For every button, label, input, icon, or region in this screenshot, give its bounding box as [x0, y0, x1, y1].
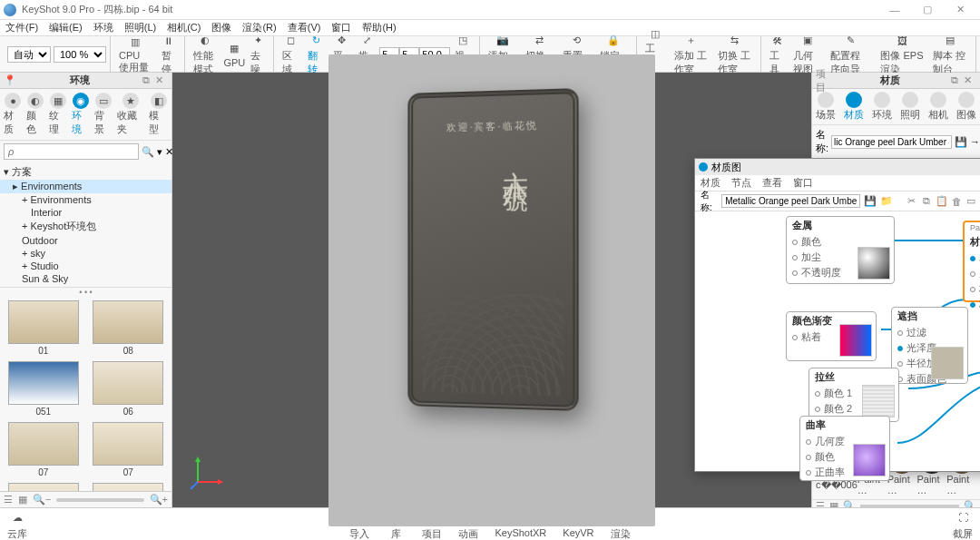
- render-viewport[interactable]: 欢迎·宾客·临花悦 六十八號 材质图✕ 材质 节点 查看 窗口 名称: 💾: [172, 73, 811, 507]
- close-panel-icon[interactable]: ✕: [964, 74, 976, 86]
- render-eps-button[interactable]: 🖼图像 EPS 渲染: [876, 31, 927, 78]
- graph-tab-view[interactable]: 查看: [762, 176, 782, 190]
- thumb-item[interactable]: 01: [4, 300, 83, 356]
- node-gradient[interactable]: 颜色渐变 粘着: [786, 311, 877, 361]
- tab-model[interactable]: ◧模型: [147, 92, 170, 137]
- tree-item[interactable]: Outdoor: [0, 234, 172, 247]
- thumb-size-slider[interactable]: [56, 498, 143, 502]
- camera-reset-icon: ⟲: [569, 33, 585, 49]
- ptab-environment[interactable]: 环境: [872, 92, 892, 122]
- thumb-item[interactable]: 07: [4, 422, 83, 477]
- tab-environment[interactable]: ◉环境: [70, 92, 93, 137]
- menu-file[interactable]: 文件(F): [5, 21, 38, 34]
- grid-view-icon[interactable]: ▦: [18, 494, 27, 506]
- search-icon[interactable]: 🔍: [142, 146, 154, 158]
- tree-item[interactable]: Sun & Sky: [0, 272, 172, 285]
- minimize-button[interactable]: —: [878, 0, 911, 20]
- titlebar: KeyShot 9.0 Pro - 四栋.bip - 64 bit — ▢ ✕: [0, 0, 980, 20]
- tree-item[interactable]: + sky: [0, 247, 172, 260]
- ptab-material[interactable]: 材质: [844, 92, 864, 122]
- list-view-icon[interactable]: ☰: [4, 494, 13, 506]
- auto-select[interactable]: 自动: [7, 46, 51, 63]
- axis-gizmo[interactable]: [189, 455, 225, 491]
- pin-icon[interactable]: 📍: [4, 74, 16, 86]
- screenshot-button[interactable]: ⛶截屏: [953, 507, 973, 540]
- gpu-button[interactable]: ▦GPU: [222, 39, 246, 70]
- ptab-camera[interactable]: 相机: [928, 92, 948, 122]
- tab-texture[interactable]: ▦纹理: [47, 92, 70, 137]
- tab-background[interactable]: ▭背景: [93, 92, 115, 137]
- save-icon[interactable]: 💾: [864, 195, 877, 208]
- delete-icon[interactable]: 🗑: [952, 195, 963, 208]
- thumb-item[interactable]: 08: [89, 483, 169, 491]
- script-console-button[interactable]: ▤脚本 控制台: [928, 31, 972, 78]
- zoom-select[interactable]: 100 %: [54, 46, 106, 63]
- flip-button[interactable]: ↻翻转: [303, 31, 328, 78]
- paste-icon[interactable]: 📋: [936, 195, 948, 208]
- denoise-button[interactable]: ✦去噪: [246, 31, 270, 78]
- thumb-item[interactable]: 06: [89, 361, 169, 417]
- zoom-out-icon[interactable]: 🔍−: [33, 494, 51, 506]
- pause-button[interactable]: ⏸暂停: [157, 31, 181, 78]
- tree-item[interactable]: + Studio: [0, 260, 172, 272]
- tab-favorites[interactable]: ★收藏夹: [115, 92, 147, 137]
- undock-icon[interactable]: ⧉: [142, 74, 155, 86]
- node-material-output[interactable]: Paint Metallic Orange p… 材质 表面 几何图形 标签 标…: [963, 221, 980, 302]
- group-icon[interactable]: ▭: [966, 195, 977, 208]
- material-name-input[interactable]: [831, 135, 952, 149]
- zoom-in-icon[interactable]: 🔍+: [150, 494, 168, 506]
- save-icon[interactable]: 💾: [955, 136, 967, 148]
- tree-item[interactable]: + Keyshot环境包: [0, 219, 172, 234]
- copy-icon[interactable]: ⧉: [921, 195, 932, 208]
- ptab-image[interactable]: 图像: [956, 92, 976, 122]
- palette-icon: ◐: [27, 93, 44, 109]
- material-graph-window: 材质图✕ 材质 节点 查看 窗口 名称: 💾 📁 ✂ ⧉ 📋 🗑 ▭ ▯: [694, 158, 980, 472]
- node-brush[interactable]: 拉丝 颜色 1 颜色 2: [808, 368, 899, 422]
- cube-icon: ◳: [455, 33, 471, 49]
- folder-icon[interactable]: 📁: [880, 195, 893, 208]
- graph-tab-node[interactable]: 节点: [731, 176, 751, 190]
- tools-button[interactable]: 🛠工具: [765, 31, 789, 78]
- region-button[interactable]: ◻区域: [278, 31, 303, 78]
- add-studio-button[interactable]: ＋添加 工作室: [670, 31, 713, 78]
- menu-environment[interactable]: 环境: [93, 21, 113, 34]
- node-mask[interactable]: 遮挡 过滤 光泽度 半径加算 表面颜色: [891, 307, 968, 384]
- arrow-icon[interactable]: →: [970, 136, 980, 147]
- pause-icon: ⏸: [161, 33, 177, 49]
- plate-wave-pattern: [422, 293, 564, 396]
- material-graph-titlebar[interactable]: 材质图✕: [695, 159, 980, 175]
- menu-edit[interactable]: 编辑(E): [49, 21, 83, 34]
- library-search-input[interactable]: [4, 143, 139, 160]
- node-graph-canvas[interactable]: 金属 颜色 加尘 不透明度 Paint Metallic Orange p… 材…: [695, 211, 980, 471]
- cloud-icon: ☁: [7, 507, 27, 527]
- thumb-item[interactable]: 07: [89, 422, 169, 477]
- node-curvature[interactable]: 曲率 几何度 颜色 正曲率: [799, 416, 890, 481]
- tab-color[interactable]: ◐颜色: [24, 92, 47, 137]
- cut-icon[interactable]: ✂: [906, 195, 917, 208]
- tree-item[interactable]: + Environments: [0, 193, 172, 206]
- thumbnail-grid: 01 08 051 06 07 07 07 08 08 08: [0, 297, 172, 491]
- tree-item[interactable]: ▸ Environments: [0, 180, 172, 193]
- workspace-button[interactable]: ▥CPU 使用量: [114, 32, 157, 76]
- perf-button[interactable]: ◐性能 模式: [189, 31, 223, 78]
- maximize-button[interactable]: ▢: [911, 0, 944, 20]
- thumb-item[interactable]: 051: [4, 361, 83, 417]
- tree-root[interactable]: ▾ 方案: [0, 164, 172, 180]
- filter-icon[interactable]: ▾: [157, 146, 162, 158]
- thumb-item[interactable]: 07: [4, 483, 83, 491]
- node-metal[interactable]: 金属 颜色 加尘 不透明度: [786, 216, 895, 284]
- graph-tab-window[interactable]: 窗口: [793, 176, 813, 190]
- cloud-library-button[interactable]: ☁云库: [7, 507, 27, 540]
- tree-item[interactable]: Interior: [0, 206, 172, 219]
- graph-name-input[interactable]: [721, 194, 860, 208]
- switch-studio-button[interactable]: ⇆切换 工作室: [713, 31, 757, 78]
- close-panel-icon[interactable]: ✕: [155, 74, 168, 86]
- config-wizard-button[interactable]: ✎配置程 序向导: [826, 31, 876, 78]
- tab-material[interactable]: ●材质: [2, 92, 24, 137]
- undock-icon[interactable]: ⧉: [951, 74, 964, 86]
- ptab-lighting[interactable]: 照明: [900, 92, 920, 122]
- close-button[interactable]: ✕: [944, 0, 976, 20]
- ptab-scene[interactable]: 场景: [816, 92, 836, 122]
- plate-main-text: 六十八號: [452, 150, 532, 173]
- thumb-item[interactable]: 08: [89, 300, 169, 356]
